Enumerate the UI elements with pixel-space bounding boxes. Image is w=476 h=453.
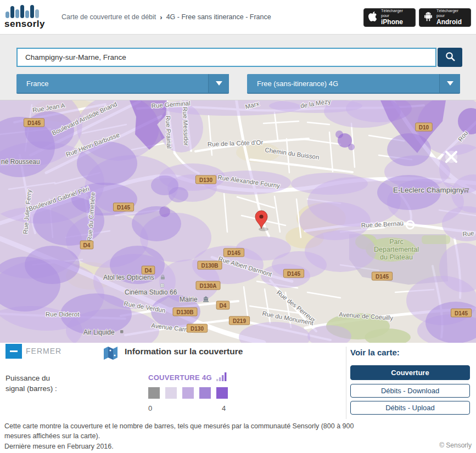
close-panel-button[interactable] — [5, 344, 22, 359]
svg-text:E-Leclerc Champigny: E-Leclerc Champigny — [393, 186, 464, 194]
legend-swatch-2 — [182, 387, 194, 399]
breadcrumb-separator: › — [160, 13, 162, 21]
interchange-icon — [445, 151, 457, 163]
apple-icon — [368, 12, 377, 24]
svg-text:Air Liquide: Air Liquide — [83, 329, 115, 336]
download-platform-label: Android — [436, 19, 466, 26]
country-select-value: France — [16, 80, 208, 88]
filters-section: France Free (sans-itinerance) 4G — [0, 34, 476, 100]
sensorly-logo[interactable]: sensorly — [4, 3, 43, 31]
svg-text:D145: D145 — [455, 310, 468, 316]
download-android-button[interactable]: Télécharger pour Android — [419, 8, 471, 27]
download-pre-label: Télécharger pour — [436, 9, 466, 18]
svg-text:D4: D4 — [220, 303, 227, 309]
vertical-divider — [346, 347, 346, 419]
close-panel-label[interactable]: FERMER — [26, 347, 61, 355]
couverture-button[interactable]: Couverture — [350, 365, 470, 380]
svg-text:D130: D130 — [199, 177, 212, 183]
svg-text:D145: D145 — [376, 274, 389, 280]
coverage-4g-label: COUVERTURE 4G — [148, 373, 212, 382]
country-select[interactable]: France — [16, 74, 229, 94]
legend-swatch-4 — [216, 387, 228, 399]
building-icon — [160, 284, 164, 287]
network-select[interactable]: Free (sans-itinerance) 4G — [247, 74, 460, 94]
svg-text:D130B: D130B — [201, 263, 218, 269]
download-pre-label: Télécharger pour — [381, 9, 411, 18]
legend-swatch-3 — [199, 387, 211, 399]
coverage-map-canvas[interactable]: Rue Jean ABoulevard Aristide BriandRue H… — [0, 100, 476, 343]
svg-text:D4: D4 — [145, 268, 152, 274]
svg-text:né Rousseau: né Rousseau — [1, 158, 40, 166]
coverage-map[interactable]: Rue Jean ABoulevard Aristide BriandRue H… — [0, 100, 476, 343]
view-map-heading: Voir la carte: — [350, 348, 400, 357]
svg-text:Atol les Opticiens: Atol les Opticiens — [103, 274, 154, 281]
footer-description: Cette carte montre la couverture et le n… — [4, 421, 354, 451]
map-info-icon — [103, 346, 118, 363]
svg-text:D145: D145 — [117, 205, 130, 211]
download-platform-label: iPhone — [381, 19, 411, 26]
info-panel: FERMER Information sur la couverture Voi… — [0, 343, 476, 453]
breadcrumb: Carte de couverture et de débit › 4G - F… — [61, 0, 271, 34]
sensorly-coverage-page: sensorly Carte de couverture et de débit… — [0, 0, 476, 453]
panel-title: Information sur la couverture — [125, 347, 243, 356]
svg-text:Rue Messidor: Rue Messidor — [182, 107, 189, 146]
search-input[interactable] — [16, 48, 436, 67]
chevron-down-icon — [208, 74, 229, 93]
download-iphone-button[interactable]: Télécharger pour iPhone — [363, 8, 416, 27]
svg-text:Rue Prairial: Rue Prairial — [165, 116, 172, 149]
sensorly-logo-text: sensorly — [4, 19, 43, 30]
svg-text:Mairie: Mairie — [180, 296, 198, 303]
svg-text:Cinéma Studio 66: Cinéma Studio 66 — [125, 288, 177, 296]
chevron-down-icon — [439, 74, 460, 93]
signal-strength-label: Puissance du signal (barres) : — [5, 373, 57, 394]
sensorly-logo-icon — [5, 3, 43, 18]
search-icon — [445, 52, 455, 63]
svg-text:D130: D130 — [191, 326, 204, 332]
svg-text:Rue: Rue — [462, 230, 474, 237]
factory-icon — [120, 330, 124, 333]
search-button[interactable] — [438, 48, 462, 67]
breadcrumb-section-link[interactable]: Carte de couverture et de débit — [61, 13, 156, 21]
legend-max-value: 4 — [222, 404, 226, 412]
legend-swatch-0 — [148, 387, 160, 399]
header: sensorly Carte de couverture et de débit… — [0, 0, 476, 34]
svg-text:D145: D145 — [287, 271, 300, 277]
svg-text:D145: D145 — [227, 250, 240, 256]
android-icon — [424, 12, 433, 24]
svg-text:D130A: D130A — [199, 283, 216, 289]
svg-text:Rue Diderot: Rue Diderot — [46, 311, 80, 318]
breadcrumb-current: 4G - Free sans itinerance - France — [166, 13, 271, 21]
network-select-value: Free (sans-itinerance) 4G — [247, 80, 439, 88]
minus-icon — [10, 350, 18, 352]
svg-text:D130B: D130B — [176, 309, 193, 315]
legend-swatch-1 — [165, 387, 177, 399]
svg-text:D219: D219 — [233, 318, 246, 324]
legend-min-value: 0 — [148, 404, 152, 412]
debits-upload-button[interactable]: Débits - Upload — [350, 401, 470, 415]
svg-text:D4: D4 — [83, 242, 91, 248]
debits-download-button[interactable]: Débits - Download — [350, 384, 470, 398]
copyright-label: © Sensorly — [439, 441, 472, 449]
signal-bars-icon — [216, 372, 227, 383]
svg-text:D10: D10 — [419, 124, 429, 131]
svg-text:D145: D145 — [27, 120, 41, 126]
coverage-legend-swatches — [148, 387, 228, 399]
